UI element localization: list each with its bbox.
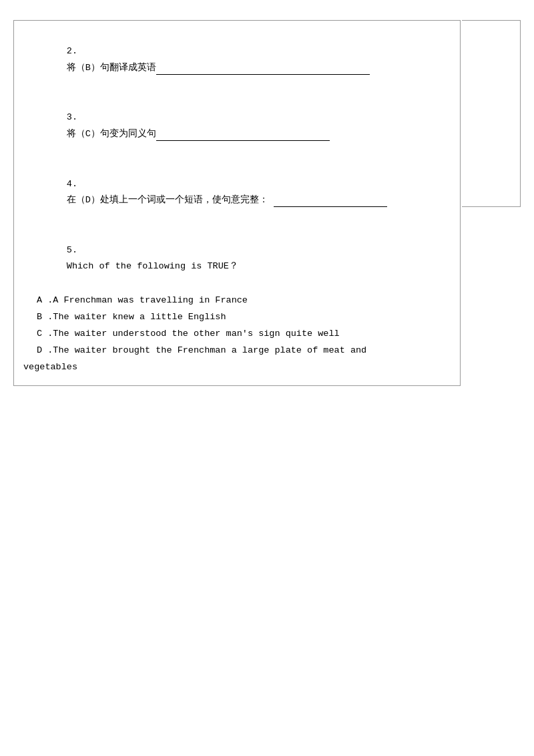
option-D-part1-text: D .The waiter brought the Frenchman a la… <box>37 345 366 355</box>
option-D-part2: vegetables <box>23 359 451 376</box>
question-3: 3. 将（C）句变为同义句 <box>23 93 451 158</box>
page-container: 2. 将（B）句翻译成英语 3. 将（C）句变为同义句 4. 在（D）处填上一个… <box>0 0 534 756</box>
option-C: C .The waiter understood the other man's… <box>23 326 451 343</box>
option-A-text: A .A Frenchman was travelling in France <box>37 295 248 305</box>
question-4: 4. 在（D）处填上一个词或一个短语，使句意完整： <box>23 160 451 224</box>
option-D-part2-text: vegetables <box>23 362 77 372</box>
option-B: B .The waiter knew a little English <box>23 309 451 326</box>
q3-number: 3. <box>67 112 77 122</box>
q4-text: 4. 在（D）处填上一个词或一个短语，使句意完整： <box>23 179 387 222</box>
question-box: 2. 将（B）句翻译成英语 3. 将（C）句变为同义句 4. 在（D）处填上一个… <box>13 20 461 386</box>
option-D-part1: D .The waiter brought the Frenchman a la… <box>23 343 451 359</box>
question-5: 5. Which of the following is TRUE？ <box>23 226 451 291</box>
option-C-text: C .The waiter understood the other man's… <box>37 329 340 339</box>
q2-underline <box>156 74 370 75</box>
q3-underline <box>156 140 330 141</box>
q5-number: 5. <box>67 245 77 255</box>
q5-text: 5. Which of the following is TRUE？ <box>23 245 238 288</box>
q4-label: 在（D）处填上一个词或一个短语，使句意完整： <box>67 195 268 205</box>
question-2: 2. 将（B）句翻译成英语 <box>23 27 451 92</box>
q5-label: Which of the following is TRUE？ <box>67 261 238 271</box>
q2-text: 2. 将（B）句翻译成英语 <box>23 46 370 89</box>
q2-number: 2. <box>67 46 77 56</box>
right-column <box>462 20 521 207</box>
option-B-text: B .The waiter knew a little English <box>37 312 226 322</box>
q4-underline <box>274 206 387 207</box>
option-A: A .A Frenchman was travelling in France <box>23 293 451 309</box>
q2-label: 将（B）句翻译成英语 <box>67 63 156 73</box>
q3-text: 3. 将（C）句变为同义句 <box>23 112 330 155</box>
q3-label: 将（C）句变为同义句 <box>67 129 156 139</box>
q4-number: 4. <box>67 179 77 189</box>
